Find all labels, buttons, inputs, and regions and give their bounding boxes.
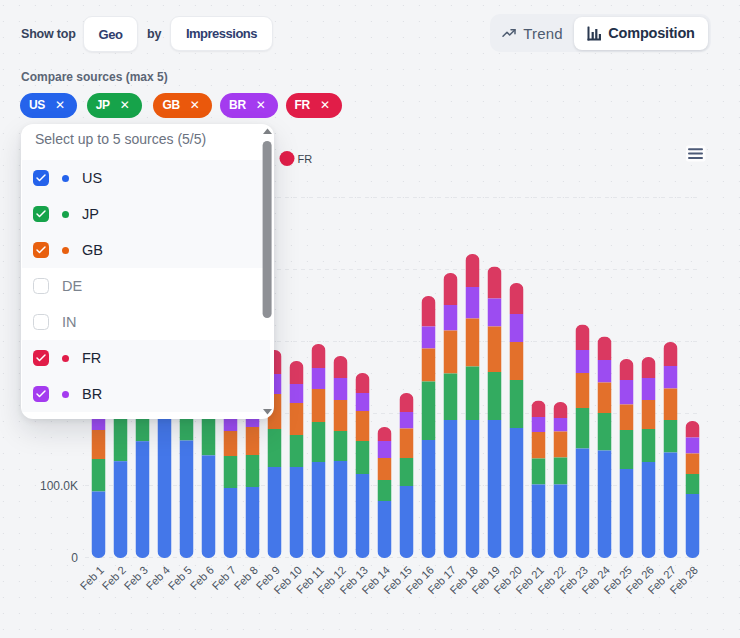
svg-text:100.0K: 100.0K	[40, 479, 78, 493]
svg-text:Feb 1: Feb 1	[78, 564, 106, 592]
svg-text:Feb 5: Feb 5	[166, 564, 194, 592]
svg-text:Feb 7: Feb 7	[210, 564, 238, 592]
svg-text:0: 0	[71, 551, 78, 565]
svg-text:FR: FR	[298, 153, 313, 165]
svg-text:Feb 8: Feb 8	[232, 564, 260, 592]
svg-text:Feb 4: Feb 4	[144, 564, 172, 592]
svg-text:Feb 3: Feb 3	[122, 564, 150, 592]
svg-text:Feb 6: Feb 6	[188, 564, 216, 592]
svg-text:Feb 2: Feb 2	[100, 564, 128, 592]
